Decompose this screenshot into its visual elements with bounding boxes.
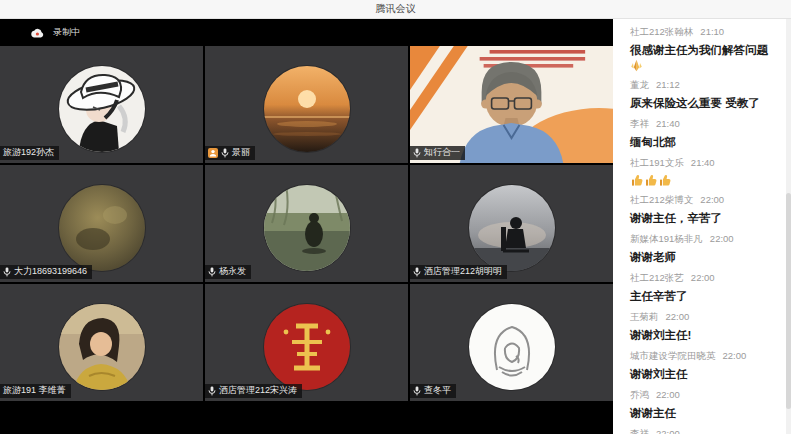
- chat-message: 乔鸿22:00谢谢主任: [630, 389, 777, 421]
- chat-message: 社工212张翰林21:10很感谢主任为我们解答问题: [630, 26, 777, 72]
- chat-scrollbar-thumb[interactable]: [786, 193, 791, 409]
- chat-text: 缅甸北部: [630, 135, 676, 150]
- chat-timestamp: 21:40: [691, 157, 715, 168]
- chat-text: 谢谢刘主任: [630, 367, 688, 382]
- video-tile[interactable]: 大力18693199646: [0, 165, 203, 282]
- slide-text-lines: [480, 50, 585, 68]
- meeting-window: 腾讯会议 录制中 旅游192孙杰景丽知行合一大力18693199646杨永发酒店…: [0, 0, 791, 434]
- chat-sender-name: 王菊莉: [630, 311, 659, 322]
- mic-icon: [413, 267, 421, 277]
- chat-scrollbar[interactable]: [786, 19, 791, 434]
- participant-name-tag: 杨永发: [205, 265, 251, 279]
- chat-message-header: 董龙21:12: [630, 79, 777, 91]
- video-tile[interactable]: 旅游191 李维菁: [0, 284, 203, 401]
- chat-message-text: 主任辛苦了: [630, 289, 777, 304]
- video-tile[interactable]: 知行合一: [410, 46, 613, 163]
- chat-message-header: 社工212张翰林21:10: [630, 26, 777, 38]
- mic-icon: [413, 148, 421, 158]
- chat-message: 李祥22:00主任辛苦了: [630, 428, 777, 434]
- chair-silhouette-avatar: [469, 185, 555, 271]
- chat-message: 董龙21:12原来保险这么重要 受教了: [630, 79, 777, 111]
- participant-name: 知行合一: [424, 146, 460, 159]
- sunset-avatar: [264, 66, 350, 152]
- video-tile[interactable]: 酒店管理212宋兴涛: [205, 284, 408, 401]
- chat-sender-name: 城市建设学院田晓英: [630, 350, 716, 361]
- main-area: 录制中 旅游192孙杰景丽知行合一大力18693199646杨永发酒店管理212…: [0, 19, 791, 434]
- video-tile[interactable]: 杨永发: [205, 165, 408, 282]
- participant-name: 查冬平: [424, 384, 451, 397]
- chat-timestamp: 22:00: [710, 233, 734, 244]
- chat-sender-name: 董龙: [630, 79, 649, 90]
- chat-text: 谢谢老师: [630, 250, 676, 265]
- participant-name-tag: 知行合一: [410, 146, 465, 160]
- chat-sender-name: 新媒体191杨非凡: [630, 233, 703, 244]
- chat-message: 新媒体191杨非凡22:00谢谢老师: [630, 233, 777, 265]
- participant-name-tag: 景丽: [205, 146, 255, 160]
- chat-message: 社工212张艺22:00主任辛苦了: [630, 272, 777, 304]
- chat-message-text: 谢谢主任，辛苦了: [630, 211, 777, 226]
- chat-text: 谢谢主任: [630, 406, 676, 421]
- app-title: 腾讯会议: [376, 2, 416, 16]
- video-tile[interactable]: 酒店管理212胡明明: [410, 165, 613, 282]
- chat-message-text: 原来保险这么重要 受教了: [630, 96, 777, 111]
- chat-message-text: 谢谢老师: [630, 250, 777, 265]
- chat-text: 原来保险这么重要 受教了: [630, 96, 760, 111]
- chat-panel[interactable]: 社工212张翰林21:10很感谢主任为我们解答问题董龙21:12原来保险这么重要…: [613, 19, 791, 434]
- chat-message-text: 很感谢主任为我们解答问题: [630, 43, 777, 72]
- lakeside-avatar: [264, 185, 350, 271]
- chat-message: 社工212柴博文22:00谢谢主任，辛苦了: [630, 194, 777, 226]
- chat-message-list: 社工212张翰林21:10很感谢主任为我们解答问题董龙21:12原来保险这么重要…: [630, 26, 777, 434]
- chat-timestamp: 22:00: [691, 272, 715, 283]
- thumbs-up-emoji: [659, 174, 672, 187]
- chat-message: 城市建设学院田晓英22:00谢谢刘主任: [630, 350, 777, 382]
- chat-sender-name: 社工191文乐: [630, 157, 684, 168]
- participant-name-tag: 查冬平: [410, 384, 456, 398]
- video-grid: 旅游192孙杰景丽知行合一大力18693199646杨永发酒店管理212胡明明旅…: [0, 46, 613, 401]
- chat-message-header: 社工191文乐21:40: [630, 157, 777, 169]
- video-tile[interactable]: 景丽: [205, 46, 408, 163]
- chat-timestamp: 22:00: [723, 350, 747, 361]
- video-tile[interactable]: 查冬平: [410, 284, 613, 401]
- chat-text: 谢谢主任，辛苦了: [630, 211, 722, 226]
- chat-message: 社工191文乐21:40: [630, 157, 777, 187]
- chat-message-header: 新媒体191杨非凡22:00: [630, 233, 777, 245]
- participant-name: 大力18693199646: [14, 265, 87, 278]
- chat-timestamp: 22:00: [656, 428, 680, 434]
- chat-timestamp: 22:00: [666, 311, 690, 322]
- participant-name-tag: 旅游192孙杰: [0, 146, 59, 160]
- chat-timestamp: 22:00: [700, 194, 724, 205]
- anime-hat-avatar: [59, 66, 145, 152]
- chat-sender-name: 社工212张艺: [630, 272, 684, 283]
- folded-hands-emoji: [630, 59, 643, 72]
- participant-name-tag: 旅游191 李维菁: [0, 384, 71, 398]
- video-tile[interactable]: 旅游192孙杰: [0, 46, 203, 163]
- chat-text: 主任辛苦了: [630, 289, 688, 304]
- chat-sender-name: 乔鸿: [630, 389, 649, 400]
- portrait-avatar: [59, 304, 145, 390]
- chat-timestamp: 21:40: [656, 118, 680, 129]
- chat-timestamp: 22:00: [656, 389, 680, 400]
- thumbs-up-emoji: [631, 174, 644, 187]
- mic-icon: [413, 386, 421, 396]
- blurry-avatar: [59, 185, 145, 271]
- chat-timestamp: 21:10: [700, 26, 724, 37]
- mic-icon: [221, 148, 229, 158]
- chat-message: 李祥21:40缅甸北部: [630, 118, 777, 150]
- mic-icon: [208, 386, 216, 396]
- title-bar: 腾讯会议: [0, 0, 791, 19]
- chat-text: 谢谢刘主任!: [630, 328, 691, 343]
- mic-icon: [3, 267, 11, 277]
- participant-name: 旅游191 李维菁: [3, 384, 66, 397]
- thumbs-up-emoji: [645, 174, 658, 187]
- mic-icon: [208, 267, 216, 277]
- participant-name: 景丽: [232, 146, 250, 159]
- chat-message-header: 社工212张艺22:00: [630, 272, 777, 284]
- participant-name: 酒店管理212宋兴涛: [219, 384, 297, 397]
- sketch-avatar: [469, 304, 555, 390]
- chat-message-text: 谢谢主任: [630, 406, 777, 421]
- chat-sender-name: 李祥: [630, 428, 649, 434]
- participant-name-tag: 酒店管理212胡明明: [410, 265, 507, 279]
- chat-message-text: 缅甸北部: [630, 135, 777, 150]
- chat-message-header: 城市建设学院田晓英22:00: [630, 350, 777, 362]
- chat-sender-name: 社工212柴博文: [630, 194, 693, 205]
